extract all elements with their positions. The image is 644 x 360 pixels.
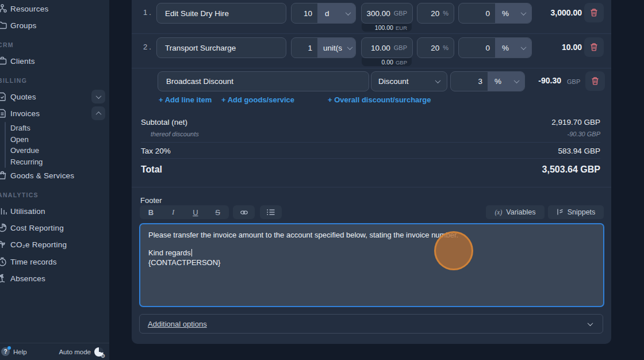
bar-chart-icon [0, 206, 7, 216]
editor-paragraph: {CONTACTPERSON} [148, 258, 595, 267]
description-input[interactable]: Edit Suite Dry Hire [156, 3, 286, 24]
variables-label: Variables [506, 208, 535, 216]
help-button[interactable]: ? Help [1, 347, 27, 356]
sidebar-item-co2e-reporting[interactable]: CO₂e Reporting [0, 238, 109, 251]
variables-button[interactable]: (x) Variables [486, 205, 545, 219]
sub-item-label: Recurring [10, 158, 43, 166]
help-label: Help [13, 348, 27, 355]
chevron-up-icon [95, 111, 101, 117]
pie-chart-icon [0, 223, 7, 233]
snippets-button[interactable]: Snippets [548, 205, 604, 219]
price-input[interactable]: 10.00 GBP [361, 37, 413, 58]
chevron-down-icon [347, 44, 353, 50]
delete-row-button[interactable] [584, 3, 604, 22]
row-total: 10.00 [517, 43, 582, 52]
gear-icon: ⚙ [101, 353, 105, 359]
link-icon [240, 208, 248, 217]
strikethrough-button[interactable]: S [207, 205, 229, 219]
sub-item-label: Overdue [10, 146, 39, 155]
invoices-collapse-button[interactable] [91, 106, 105, 120]
discount-input[interactable]: 0 [459, 3, 495, 23]
sidebar-item-label: Quotes [10, 93, 36, 101]
discounts-label: thereof discounts [151, 131, 199, 137]
snippets-label: Snippets [568, 208, 596, 216]
list-button[interactable] [260, 205, 282, 219]
add-line-item-link[interactable]: + Add line item [159, 95, 212, 104]
overall-discount-link[interactable]: + Overall discount/surcharge [328, 95, 431, 104]
row-separator [132, 33, 611, 34]
auto-mode-toggle[interactable]: Auto mode ⚙ [59, 347, 103, 357]
totals-divider [141, 158, 600, 159]
discounts-value: -90.30 GBP [568, 131, 600, 137]
footer-text-editor[interactable]: Please transfer the invoice amount to th… [139, 223, 604, 307]
help-icon: ? [1, 347, 10, 356]
description-value: Transport Surcharge [165, 44, 236, 52]
description-value: Edit Suite Dry Hire [165, 9, 229, 18]
bold-button[interactable]: B [140, 205, 162, 219]
sidebar-item-label: Cost Reporting [10, 224, 64, 232]
add-goods-service-link[interactable]: + Add goods/service [221, 95, 294, 104]
sidebar-item-open[interactable]: Open [0, 133, 109, 145]
sidebar-item-label: Goods & Services [10, 171, 74, 180]
sidebar-item-time-records[interactable]: Time records [0, 255, 109, 269]
sidebar-item-drafts[interactable]: Drafts [0, 122, 109, 133]
tax-input[interactable]: 20 % [417, 3, 454, 24]
sidebar-item-cost-reporting[interactable]: Cost Reporting [0, 221, 109, 235]
tax-input[interactable]: 20 % [417, 37, 454, 58]
unit-select[interactable]: unit(s [317, 38, 355, 58]
currency-suffix: GBP [394, 44, 407, 51]
format-toolbar: B I U S [140, 205, 229, 219]
subtotal-label: Subtotal (net) [141, 118, 187, 127]
briefcase-icon [0, 56, 7, 66]
tax-value: 20 [431, 9, 439, 18]
quotes-expand-button[interactable] [91, 90, 105, 104]
sidebar-item-goods-services[interactable]: Goods & Services [0, 168, 109, 182]
quantity-input[interactable]: 10 [292, 3, 317, 23]
sidebar-item-label: Invoices [10, 109, 40, 118]
delete-surcharge-button[interactable] [585, 71, 605, 91]
click-indicator [434, 231, 473, 270]
sidebar-item-clients[interactable]: Clients [0, 54, 109, 68]
tax-value: 583.94 GBP [558, 147, 600, 155]
sidebar-item-label: Utilisation [10, 207, 45, 216]
clock-icon [0, 256, 7, 267]
percent-suffix: % [443, 10, 448, 17]
sub-item-label: Drafts [10, 124, 30, 132]
description-input[interactable]: Transport Surcharge [156, 37, 286, 58]
link-button[interactable] [233, 205, 255, 219]
unit-value: % [502, 44, 509, 52]
sidebar-item-utilisation[interactable]: Utilisation [0, 204, 109, 218]
invoice-document-icon [0, 108, 7, 118]
sidebar-item-resources[interactable]: Resources [0, 2, 109, 16]
quantity-input[interactable]: 1 [292, 38, 317, 58]
surcharge-type-select[interactable]: Discount [371, 71, 447, 91]
sidebar-item-groups[interactable]: Groups [0, 18, 109, 32]
sidebar-section-analytics: ANALYTICS [0, 192, 39, 198]
sidebar-item-label: CO₂e Reporting [10, 240, 67, 249]
italic-button[interactable]: I [162, 205, 184, 219]
sidebar-item-overdue[interactable]: Overdue [0, 144, 109, 156]
sidebar-item-absences[interactable]: Absences [0, 271, 109, 285]
editor-paragraph: Please transfer the invoice amount to th… [148, 230, 595, 240]
additional-options-toggle[interactable]: Additional options [139, 314, 603, 334]
sidebar-footer: ? Help Auto mode ⚙ [0, 343, 109, 360]
discount-input[interactable]: 0 [459, 38, 495, 58]
unit-select[interactable]: d [317, 3, 355, 23]
sidebar-item-label: Time records [10, 258, 57, 266]
section-divider [132, 187, 611, 187]
surcharge-value-input[interactable]: 3 [451, 72, 488, 91]
delete-row-button[interactable] [584, 37, 604, 57]
sub-item-label: Open [10, 135, 29, 144]
type-value: Discount [378, 77, 409, 86]
sidebar-item-recurring[interactable]: Recurring [0, 156, 109, 167]
underline-button[interactable]: U [185, 205, 206, 219]
trash-icon [589, 43, 599, 52]
price-input[interactable]: 300.00 GBP [361, 3, 413, 24]
trash-icon [591, 76, 600, 86]
currency-suffix: GBP [396, 59, 407, 66]
chevron-down-icon [588, 320, 593, 326]
currency-suffix: GBP [567, 78, 580, 85]
surcharge-description-input[interactable]: Broadcast Discount [158, 71, 369, 91]
row-separator [132, 68, 611, 68]
chevron-down-icon [435, 78, 441, 83]
